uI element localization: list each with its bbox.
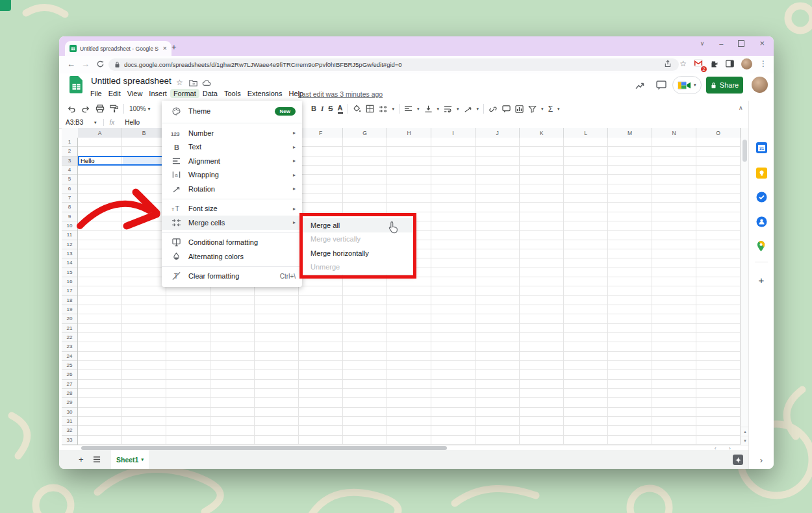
row-header-10[interactable]: 10	[62, 221, 77, 231]
text-wrap-caret[interactable]: ▾	[457, 106, 459, 112]
insert-chart-icon[interactable]	[515, 105, 524, 113]
browser-menu-dots-icon[interactable]: ⋮	[759, 59, 767, 68]
keep-icon[interactable]	[756, 168, 767, 179]
menu-tools[interactable]: Tools	[221, 89, 244, 98]
side-panel-icon[interactable]	[726, 60, 734, 68]
explore-button[interactable]	[733, 455, 743, 465]
row-header-16[interactable]: 16	[62, 277, 77, 286]
format-menu-item-alignment[interactable]: Alignment▸	[162, 154, 302, 168]
share-button[interactable]: Share	[706, 77, 743, 94]
insert-comment-icon[interactable]	[502, 105, 511, 113]
merge-menu-item-merge-all[interactable]: Merge all	[302, 218, 414, 232]
browser-profile-avatar[interactable]	[741, 58, 752, 69]
format-menu-item-text[interactable]: BText▸	[162, 140, 302, 155]
fill-color-icon[interactable]	[353, 105, 361, 113]
filter-caret[interactable]: ▾	[541, 106, 544, 112]
row-header-24[interactable]: 24	[62, 352, 77, 361]
row-header-26[interactable]: 26	[62, 370, 77, 379]
filter-icon[interactable]	[528, 105, 537, 113]
account-avatar[interactable]	[752, 77, 768, 93]
row-header-6[interactable]: 6	[62, 184, 77, 194]
vertical-align-caret[interactable]: ▾	[437, 106, 440, 112]
row-header-31[interactable]: 31	[62, 417, 77, 426]
borders-icon[interactable]	[366, 105, 374, 113]
undo-icon[interactable]	[67, 105, 76, 113]
new-tab-button[interactable]: +	[171, 42, 177, 52]
row-header-1[interactable]: 1	[62, 138, 77, 147]
text-rotation-caret[interactable]: ▾	[477, 106, 479, 112]
column-header-l[interactable]: L	[564, 128, 608, 138]
back-button[interactable]: ←	[67, 59, 75, 69]
menu-view[interactable]: View	[124, 89, 146, 98]
all-sheets-icon[interactable]	[93, 456, 101, 463]
document-title[interactable]: Untitled spreadsheet	[91, 76, 171, 86]
share-page-icon[interactable]	[663, 60, 672, 68]
column-header-o[interactable]: O	[696, 128, 741, 138]
column-header-h[interactable]: H	[387, 128, 431, 138]
strikethrough-icon[interactable]: S	[328, 105, 333, 112]
sheet-tab-sheet1[interactable]: Sheet1 ▾	[111, 450, 149, 469]
row-header-28[interactable]: 28	[62, 389, 77, 398]
browser-tab[interactable]: Untitled spreadsheet - Google S ×	[65, 41, 171, 56]
row-header-4[interactable]: 4	[62, 166, 77, 175]
select-all-corner[interactable]	[62, 128, 79, 138]
activity-icon[interactable]	[635, 81, 646, 90]
tasks-icon[interactable]	[756, 192, 767, 203]
name-box-caret[interactable]: ▾	[94, 120, 97, 125]
row-header-8[interactable]: 8	[62, 203, 77, 212]
row-header-14[interactable]: 14	[62, 258, 77, 268]
row-header-27[interactable]: 27	[62, 380, 77, 389]
row-header-5[interactable]: 5	[62, 175, 77, 184]
column-header-f[interactable]: F	[299, 128, 343, 138]
row-header-12[interactable]: 12	[62, 240, 77, 249]
print-icon[interactable]	[95, 105, 105, 113]
vertical-scrollbar[interactable]: ▲ ▼	[741, 128, 748, 445]
italic-icon[interactable]: I	[321, 105, 324, 112]
vertical-scrollbar-thumb[interactable]	[742, 140, 747, 162]
row-header-9[interactable]: 9	[62, 212, 77, 221]
extensions-puzzle-icon[interactable]	[710, 60, 718, 68]
name-box[interactable]: A3:B3	[66, 119, 94, 126]
format-menu-item-wrapping[interactable]: aWrapping▸	[162, 168, 302, 182]
functions-caret[interactable]: ▾	[557, 106, 560, 112]
vertical-align-icon[interactable]	[424, 105, 433, 113]
bookmark-star-icon[interactable]: ☆	[679, 59, 687, 68]
row-header-30[interactable]: 30	[62, 408, 77, 417]
merge-dropdown-caret[interactable]: ▾	[392, 106, 395, 112]
window-close-button[interactable]: ×	[759, 38, 765, 48]
column-header-j[interactable]: J	[476, 128, 520, 138]
get-addons-button[interactable]: +	[749, 275, 774, 286]
row-header-13[interactable]: 13	[62, 249, 77, 258]
forward-button[interactable]: →	[81, 59, 90, 69]
window-maximize-button[interactable]	[738, 40, 744, 47]
window-chevron-icon[interactable]: ∨	[700, 40, 705, 47]
row-header-29[interactable]: 29	[62, 398, 77, 407]
column-header-m[interactable]: M	[608, 128, 652, 138]
cloud-status-icon[interactable]	[202, 79, 211, 86]
tab-close-icon[interactable]: ×	[163, 45, 167, 52]
column-header-i[interactable]: I	[431, 128, 476, 138]
format-menu-item-alternating-colors[interactable]: Alternating colors	[162, 249, 302, 264]
row-header-15[interactable]: 15	[62, 268, 77, 277]
maps-icon[interactable]	[756, 240, 766, 252]
bold-icon[interactable]: B	[311, 105, 316, 112]
format-menu-item-conditional-formatting[interactable]: Conditional formatting	[162, 236, 302, 250]
column-header-k[interactable]: K	[520, 128, 564, 138]
row-header-20[interactable]: 20	[62, 314, 77, 323]
column-header-b[interactable]: B	[122, 128, 166, 138]
text-color-icon[interactable]: A	[338, 105, 343, 114]
meet-button[interactable]: ▾	[672, 76, 702, 94]
menu-data[interactable]: Data	[199, 89, 221, 98]
row-header-11[interactable]: 11	[62, 231, 77, 240]
menu-insert[interactable]: Insert	[146, 89, 170, 98]
row-header-32[interactable]: 32	[62, 426, 77, 435]
row-header-19[interactable]: 19	[62, 305, 77, 314]
sheet-tab-caret[interactable]: ▾	[141, 457, 144, 462]
add-sheet-button[interactable]: +	[79, 455, 84, 464]
redo-icon[interactable]	[81, 105, 90, 113]
row-header-3[interactable]: 3	[62, 156, 77, 166]
functions-sigma-icon[interactable]: Σ	[548, 105, 553, 113]
gmail-extension-icon[interactable]: 2	[694, 58, 703, 69]
format-menu-item-theme[interactable]: ThemeNew	[162, 102, 302, 120]
row-header-33[interactable]: 33	[62, 436, 77, 445]
